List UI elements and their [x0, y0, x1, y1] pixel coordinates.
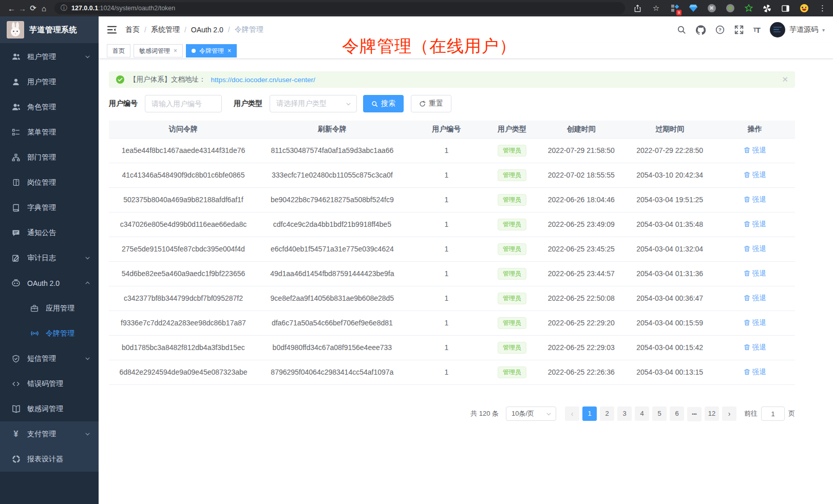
app-logo[interactable]: 芋道管理系统 — [0, 16, 99, 43]
help-icon[interactable]: ? — [715, 25, 725, 34]
main-area: 令牌管理（在线用户） 首页/系统管理/OAuth 2.0/令牌管理 ? — [99, 16, 833, 504]
forward-icon[interactable]: → — [17, 4, 28, 13]
sidebar-item-role[interactable]: 角色管理 — [0, 94, 99, 120]
breadcrumb-item[interactable]: 首页 — [125, 25, 140, 34]
command-extension-icon[interactable]: ⌘ — [707, 4, 716, 13]
bookmark-star-icon[interactable]: ☆ — [652, 4, 660, 13]
home-icon[interactable]: ⌂ — [39, 4, 49, 13]
page-button-1[interactable]: 1 — [582, 406, 597, 421]
emoji-extension-icon[interactable] — [800, 4, 808, 13]
user-type-select[interactable]: 请选择用户类型 — [270, 95, 357, 112]
filter-form: 用户编号 用户类型 请选择用户类型 搜索 重置 — [109, 95, 795, 112]
page-button-4[interactable]: 4 — [635, 406, 649, 421]
sidebar-item-error-code[interactable]: 错误码管理 — [0, 371, 99, 396]
sidebar-item-menu[interactable]: 菜单管理 — [0, 120, 99, 145]
sidebar-item-post[interactable]: 岗位管理 — [0, 170, 99, 195]
page-size-select[interactable]: 10条/页 — [506, 406, 556, 421]
force-logout-button[interactable]: 强退 — [744, 195, 766, 204]
sidebar-item-notice[interactable]: 通知公告 — [0, 220, 99, 245]
gem-extension-icon[interactable] — [689, 4, 697, 13]
force-logout-button[interactable]: 强退 — [744, 146, 766, 155]
created-time-cell: 2022-07-29 21:58:50 — [538, 138, 625, 163]
tab-home[interactable]: 首页 — [107, 44, 130, 57]
user-type-cell: 管理员 — [486, 335, 538, 360]
fullscreen-icon[interactable] — [734, 25, 744, 34]
breadcrumb-item[interactable]: 系统管理 — [151, 25, 180, 34]
page-button-5[interactable]: 5 — [652, 406, 667, 421]
tab-label: 令牌管理 — [199, 47, 224, 55]
sidebar-item-oauth2-token[interactable]: 令牌管理 — [0, 321, 99, 346]
page-button-3[interactable]: 3 — [617, 406, 632, 421]
sidebar-item-oauth2-app[interactable]: 应用管理 — [0, 296, 99, 321]
next-page-button[interactable]: › — [722, 406, 736, 421]
prev-page-button[interactable]: ‹ — [565, 406, 579, 421]
sidebar-item-oauth2[interactable]: OAuth 2.0 — [0, 270, 99, 296]
tab-oauth2-token[interactable]: 令牌管理× — [186, 44, 237, 57]
page-ellipsis[interactable]: ••• — [687, 407, 702, 421]
sidebar-item-label: 报表设计器 — [27, 455, 63, 464]
search-button[interactable]: 搜索 — [363, 95, 404, 112]
post-icon — [11, 178, 21, 187]
action-cell: 强退 — [715, 261, 795, 286]
sidebar-item-user[interactable]: 用户管理 — [0, 69, 99, 94]
side-panel-extension-icon[interactable] — [781, 4, 790, 13]
back-icon[interactable]: ← — [6, 4, 17, 13]
record-extension-icon[interactable] — [726, 4, 734, 13]
font-size-icon[interactable]: TT — [753, 26, 760, 34]
force-logout-button[interactable]: 强退 — [744, 269, 766, 278]
reload-icon[interactable]: ⟳ — [28, 4, 39, 13]
reset-button[interactable]: 重置 — [411, 95, 451, 112]
sidebar-item-audit-log[interactable]: 审计日志 — [0, 245, 99, 270]
created-time-cell: 2022-06-25 22:26:36 — [538, 360, 625, 384]
collapse-sidebar-icon[interactable] — [107, 25, 117, 35]
page-button-6[interactable]: 6 — [670, 406, 684, 421]
table-row: 502375b8040a469a9b82188afdf6af1fbe90422b… — [109, 187, 795, 212]
user-id-input[interactable] — [145, 95, 222, 112]
trash-icon — [744, 221, 750, 227]
force-logout-button[interactable]: 强退 — [744, 170, 766, 180]
force-logout-button[interactable]: 强退 — [744, 220, 766, 229]
pinwheel-extension-icon[interactable] — [763, 4, 771, 13]
breadcrumb-item[interactable]: OAuth 2.0 — [191, 26, 223, 34]
force-logout-button[interactable]: 强退 — [744, 343, 766, 352]
sidebar-item-tenant[interactable]: 租户管理 — [0, 44, 99, 69]
sidebar-item-sensitive-word[interactable]: 敏感词管理 — [0, 396, 99, 421]
green-star-extension-icon[interactable] — [744, 4, 753, 13]
github-icon[interactable] — [696, 25, 706, 35]
page-button-12[interactable]: 12 — [705, 406, 719, 421]
tab-close-icon[interactable]: × — [228, 47, 231, 54]
trash-icon — [744, 245, 750, 252]
sidebar-item-dept[interactable]: 部门管理 — [0, 145, 99, 170]
sidebar-item-label: 通知公告 — [27, 228, 56, 238]
force-logout-button[interactable]: 强退 — [744, 318, 766, 327]
user-menu[interactable]: 芋道源码 ▾ — [770, 22, 825, 37]
force-logout-button[interactable]: 强退 — [744, 367, 766, 377]
sidebar-item-label: 应用管理 — [46, 304, 74, 313]
address-bar[interactable]: ⓘ 127.0.0.1:1024/system/oauth2/token — [54, 2, 625, 14]
token-icon — [30, 329, 39, 338]
tab-sensitive-word[interactable]: 敏感词管理× — [134, 44, 183, 57]
access-token-cell: 54d6be82ee5a460a9aedc1f9bf223656 — [109, 261, 258, 286]
created-time-cell: 2022-06-25 22:50:08 — [538, 286, 625, 311]
alert-close-icon[interactable]: ✕ — [782, 75, 788, 84]
search-icon[interactable] — [677, 25, 686, 34]
action-cell: 强退 — [715, 311, 795, 335]
menu-tree-icon — [11, 128, 21, 137]
extension-blocks-icon[interactable]: 9 — [670, 4, 679, 13]
force-logout-button[interactable]: 强退 — [744, 244, 766, 254]
sidebar-item-report-designer[interactable]: 报表设计器 — [0, 447, 99, 472]
tab-close-icon[interactable]: × — [174, 47, 177, 54]
force-logout-button[interactable]: 强退 — [744, 294, 766, 303]
page-button-2[interactable]: 2 — [600, 406, 614, 421]
chevron-down-icon — [85, 54, 90, 60]
info-icon[interactable]: ⓘ — [61, 4, 67, 13]
browser-menu-icon[interactable]: ⋮ — [818, 4, 827, 13]
sidebar-item-dict[interactable]: 字典管理 — [0, 195, 99, 220]
share-icon[interactable] — [633, 4, 642, 13]
sidebar-item-pay[interactable]: ¥支付管理 — [0, 421, 99, 447]
doc-link[interactable]: https://doc.iocoder.cn/user-center/ — [211, 76, 315, 84]
url-host: 127.0.0.1 — [71, 5, 98, 12]
goto-page-input[interactable] — [761, 406, 785, 421]
dict-icon — [11, 203, 21, 212]
sidebar-item-sms[interactable]: 短信管理 — [0, 346, 99, 371]
